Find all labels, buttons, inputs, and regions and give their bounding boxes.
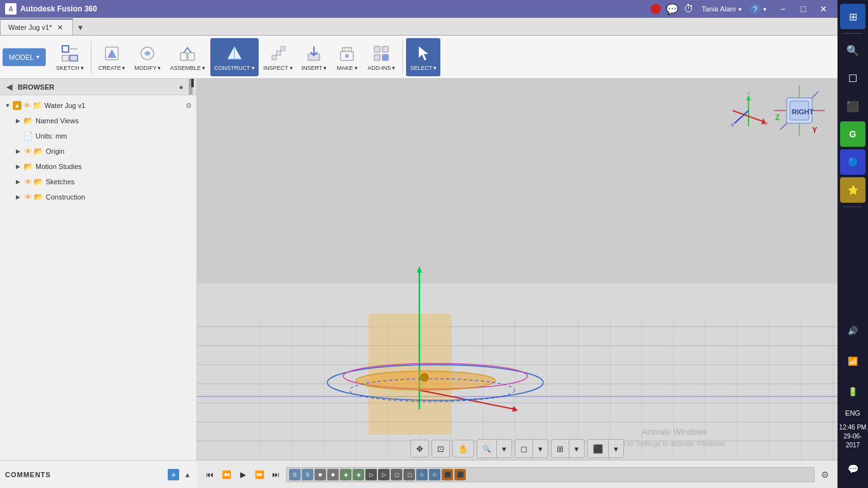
- close-button[interactable]: ✕: [815, 3, 832, 15]
- frame-6[interactable]: ◈: [353, 469, 364, 480]
- play-prev-button[interactable]: ⏪: [219, 467, 234, 482]
- tree-item-root[interactable]: ▼ ▲ 👁 📁 Water Jug v1 ⚙: [0, 98, 196, 113]
- frame-10[interactable]: ◻: [403, 469, 415, 480]
- comments-collapse-button[interactable]: ▲: [183, 470, 192, 479]
- root-eye-icon[interactable]: 👁: [22, 100, 32, 111]
- frame-7[interactable]: ▷: [365, 469, 377, 480]
- tree-item-named-views[interactable]: ▶ 📂 Named Views: [0, 113, 196, 128]
- tab-label: Water Jug v1*: [8, 24, 52, 31]
- inspect-label: INSPECT ▾: [264, 65, 293, 71]
- fit-view-button[interactable]: ⊡: [431, 440, 450, 458]
- frame-3[interactable]: ■: [315, 469, 326, 480]
- record-indicator[interactable]: [651, 4, 661, 14]
- tool-sketch[interactable]: SKETCH ▾: [52, 38, 88, 76]
- tool-addins[interactable]: ADD-INS ▾: [363, 38, 399, 76]
- taskbar-icon-1[interactable]: 🔍: [840, 37, 865, 63]
- username-label[interactable]: Tania Alam: [702, 5, 736, 13]
- pan-button[interactable]: ✋: [452, 440, 474, 458]
- grid-group: ⊞ ▾: [551, 439, 585, 458]
- sketches-expand[interactable]: ▶: [13, 177, 23, 187]
- construction-eye-icon[interactable]: 👁: [23, 192, 33, 202]
- tree-item-motion-studies[interactable]: ▶ 📂 Motion Studies: [0, 159, 196, 174]
- frame-14[interactable]: ⬛: [454, 469, 466, 480]
- play-first-button[interactable]: ⏮: [202, 467, 217, 482]
- svg-rect-23: [374, 55, 380, 60]
- window-controls: − □ ✕: [774, 3, 832, 15]
- tree-item-units[interactable]: 📄 Units: mm: [0, 128, 196, 144]
- tool-create[interactable]: CREATE ▾: [95, 38, 130, 76]
- tool-modify[interactable]: MODIFY ▾: [130, 38, 165, 76]
- tree-expand-root[interactable]: ▼: [3, 100, 13, 111]
- taskbar-icon-chrome[interactable]: 🔵: [840, 149, 865, 175]
- notifications-icon[interactable]: 💬: [840, 456, 865, 482]
- frame-2[interactable]: S: [302, 469, 313, 480]
- tool-insert[interactable]: INSERT ▾: [298, 38, 331, 76]
- zoom-dropdown-button[interactable]: ▾: [497, 440, 512, 458]
- origin-expand[interactable]: ▶: [13, 146, 23, 156]
- tree-item-construction[interactable]: ▶ 👁 📂 Construction: [0, 189, 196, 205]
- taskbar-icon-3[interactable]: ⬛: [840, 93, 865, 119]
- win-start-icon[interactable]: ⊞: [840, 4, 865, 29]
- tree-item-origin[interactable]: ▶ 👁 📂 Origin: [0, 144, 196, 159]
- taskbar-icon-g[interactable]: G: [840, 121, 865, 147]
- browser-menu-button[interactable]: ●: [176, 82, 186, 92]
- browser-resize-handle[interactable]: ▐: [189, 79, 193, 95]
- taskbar-icon-folder[interactable]: ⭐: [840, 177, 865, 203]
- help-dropdown-icon[interactable]: ▾: [763, 6, 766, 13]
- network-icon[interactable]: 📶: [840, 348, 865, 374]
- play-button[interactable]: ▶: [235, 467, 250, 482]
- display-dropdown-button[interactable]: ▾: [533, 440, 548, 458]
- move-tool-button[interactable]: ✥: [410, 440, 429, 458]
- tool-assemble[interactable]: ASSEMBLE ▾: [166, 38, 209, 76]
- tool-construct[interactable]: CONSTRUCT ▾: [210, 38, 259, 76]
- sketches-eye-icon[interactable]: 👁: [23, 177, 33, 187]
- new-tab-button[interactable]: ▾: [74, 20, 87, 35]
- user-area: Tania Alam ▾: [702, 5, 742, 13]
- timeline-settings-button[interactable]: ⚙: [817, 467, 832, 482]
- frame-9[interactable]: ◻: [391, 469, 402, 480]
- grid-dropdown-button[interactable]: ▾: [569, 440, 584, 458]
- battery-icon[interactable]: 🔋: [840, 379, 865, 404]
- named-views-expand[interactable]: ▶: [13, 116, 23, 126]
- play-next-button[interactable]: ⏩: [252, 467, 267, 482]
- tool-inspect[interactable]: INSPECT ▾: [260, 38, 297, 76]
- grid-button[interactable]: ⊞: [552, 440, 569, 458]
- play-last-button[interactable]: ⏭: [268, 467, 283, 482]
- tool-select[interactable]: SELECT ▾: [406, 38, 440, 76]
- zoom-button[interactable]: 🔍: [477, 440, 497, 458]
- tab-close-button[interactable]: ✕: [56, 23, 65, 32]
- construction-folder: 📂: [33, 192, 43, 202]
- display-button[interactable]: ◻: [515, 440, 533, 458]
- model-button[interactable]: MODEL ▾: [3, 48, 46, 66]
- tree-item-sketches[interactable]: ▶ 👁 📂 Sketches: [0, 174, 196, 189]
- taskbar-icon-2[interactable]: ☐: [840, 65, 865, 91]
- frame-4[interactable]: ■: [327, 469, 339, 480]
- minimize-button[interactable]: −: [774, 3, 792, 15]
- frame-5[interactable]: ◈: [340, 469, 351, 480]
- help-icon[interactable]: ?: [749, 3, 761, 15]
- browser-collapse-button[interactable]: ◀: [4, 82, 14, 92]
- maximize-button[interactable]: □: [794, 3, 812, 15]
- frame-8[interactable]: ▷: [378, 469, 390, 480]
- viewport[interactable]: Activate Windows Go to Settings to activ…: [197, 79, 837, 488]
- user-dropdown-icon[interactable]: ▾: [738, 6, 742, 13]
- volume-icon[interactable]: 🔊: [840, 318, 865, 343]
- notification-icon[interactable]: 💬: [666, 3, 679, 15]
- timeline-track[interactable]: S S ■ ■ ◈ ◈ ▷ ▷ ◻ ◻ ⊹ ⊹ ⬛ ⬛: [286, 467, 815, 482]
- origin-eye-icon[interactable]: 👁: [23, 146, 33, 156]
- frame-1[interactable]: S: [289, 469, 301, 480]
- history-icon[interactable]: ⏱: [684, 3, 694, 15]
- comments-add-button[interactable]: +: [168, 469, 179, 480]
- active-tab[interactable]: Water Jug v1* ✕: [0, 18, 73, 35]
- viewcube[interactable]: Z Y RIGHT: [774, 85, 825, 136]
- motion-expand[interactable]: ▶: [13, 161, 23, 172]
- view-button[interactable]: ⬛: [588, 440, 609, 458]
- root-gear-icon[interactable]: ⚙: [184, 100, 194, 111]
- tool-make[interactable]: MAKE ▾: [332, 38, 362, 76]
- construction-expand[interactable]: ▶: [13, 192, 23, 202]
- view-dropdown-button[interactable]: ▾: [609, 440, 623, 458]
- frame-11[interactable]: ⊹: [416, 469, 428, 480]
- assemble-label: ASSEMBLE ▾: [170, 65, 205, 71]
- frame-12[interactable]: ⊹: [429, 469, 440, 480]
- frame-13[interactable]: ⬛: [442, 469, 453, 480]
